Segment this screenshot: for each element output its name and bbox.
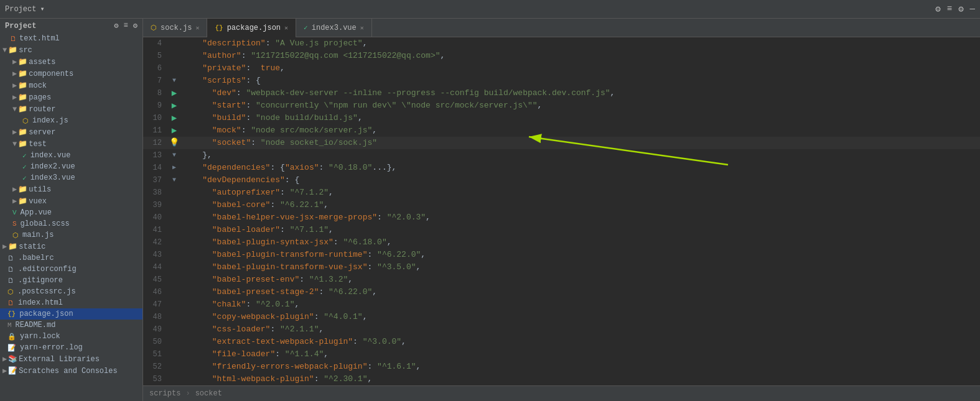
sidebar-header: Project ⚙ ≡ ⚙ xyxy=(0,19,142,33)
minimize-icon[interactable]: — xyxy=(970,4,975,14)
code-line-45: 45 "babel-preset-env": "^1.3.2", xyxy=(143,274,980,286)
folder-icon-router: 📁 xyxy=(18,104,27,114)
code-line-44: 44 "babel-plugin-transform-vue-jsx": "^3… xyxy=(143,261,980,274)
sidebar-item-router-index[interactable]: ⬡ index.js xyxy=(0,115,142,126)
tab-sock-js[interactable]: ⬡ sock.js ✕ xyxy=(143,19,207,37)
code-line-9: 9 ▶ "start": "concurrently \"npm run dev… xyxy=(143,99,980,112)
sidebar-item-test[interactable]: ▼ 📁 test xyxy=(0,138,142,150)
html-file-icon: 🗋 xyxy=(10,35,17,43)
title-bar: Project ▾ ⚙ ≡ ⚙ — xyxy=(0,0,980,19)
sidebar-item-yarn-error[interactable]: 📝 yarn-error.log xyxy=(0,342,142,353)
code-line-13: 13 ▼ }, xyxy=(143,149,980,162)
code-editor[interactable]: 4 "description": "A Vue.js project", 5 "… xyxy=(143,37,980,385)
tab-sock-js-icon: ⬡ xyxy=(151,24,157,32)
tab-package-json[interactable]: {} package.json ✕ xyxy=(207,19,296,37)
sidebar-title: Project xyxy=(5,22,36,30)
sidebar-item-vuex[interactable]: ▶ 📁 vuex xyxy=(0,195,142,207)
code-line-52: 52 "friendly-errors-webpack-plugin": "^1… xyxy=(143,361,980,373)
js-file-icon: ⬡ xyxy=(22,117,29,125)
code-line-8: 8 ▶ "dev": "webpack-dev-server --inline … xyxy=(143,87,980,99)
title-bar-left: Project ▾ xyxy=(5,4,45,14)
folder-collapsed-icon-vuex: ▶ xyxy=(12,196,17,206)
folder-icon-test: 📁 xyxy=(18,139,27,149)
code-line-40: 40 "babel-helper-vue-jsx-merge-props": "… xyxy=(143,211,980,224)
tab-package-json-close[interactable]: ✕ xyxy=(284,24,288,32)
tab-index3-vue-label: index3.vue xyxy=(312,24,357,32)
sidebar-item-test-index[interactable]: ✓ index.vue xyxy=(0,150,142,161)
folder-collapsed-icon: ▶ xyxy=(12,57,17,67)
sidebar-item-global-scss[interactable]: S global.scss xyxy=(0,218,142,229)
code-line-14: 14 ▶ "dependencies": {"axios": "^0.18.0"… xyxy=(143,162,980,174)
sidebar-item-ext-libs[interactable]: ▶ 📚 External Libraries xyxy=(0,353,142,365)
log-icon: 📝 xyxy=(7,344,16,352)
sidebar-item-components[interactable]: ▶ 📁 components xyxy=(0,68,142,80)
folder-collapsed-icon-utils: ▶ xyxy=(12,185,17,194)
sidebar-item-scratches[interactable]: ▶ 📝 Scratches and Consoles xyxy=(0,365,142,377)
sidebar-item-app-vue[interactable]: V App.vue xyxy=(0,207,142,218)
sidebar-item-server[interactable]: ▶ 📁 server xyxy=(0,126,142,138)
folder-open-icon-test: ▼ xyxy=(12,140,17,149)
project-label: Project xyxy=(5,5,36,14)
sidebar-item-postcssrc[interactable]: ⬡ .postcssrc.js xyxy=(0,286,142,297)
code-line-43: 43 "babel-plugin-transform-runtime": "^6… xyxy=(143,249,980,261)
scratches-icon: 📝 xyxy=(8,366,17,376)
sidebar-layout-icon[interactable]: ≡ xyxy=(124,21,128,30)
code-line-5: 5 "author": "1217215022@qq.com <12172150… xyxy=(143,50,980,62)
js-icon-main: ⬡ xyxy=(12,231,19,239)
folder-collapsed-icon-server: ▶ xyxy=(12,127,17,137)
code-line-48: 48 "copy-webpack-plugin": "^4.0.1", xyxy=(143,311,980,323)
code-line-10: 10 ▶ "build": "node build/build.js", xyxy=(143,112,980,124)
editor-area: ⬡ sock.js ✕ {} package.json ✕ ✓ index3.v… xyxy=(143,19,980,401)
tab-index3-vue-close[interactable]: ✕ xyxy=(360,24,364,32)
sidebar-item-yarn-lock[interactable]: 🔒 yarn.lock xyxy=(0,331,142,342)
layout-icon[interactable]: ≡ xyxy=(947,4,952,14)
js-icon-postcss: ⬡ xyxy=(7,288,14,296)
vue-icon: V xyxy=(12,209,17,216)
tab-package-json-icon: {} xyxy=(215,24,223,32)
sidebar-item-src[interactable]: ▼ 📁 src xyxy=(0,44,142,56)
sidebar-item-assets[interactable]: ▶ 📁 assets xyxy=(0,56,142,68)
breadcrumb-separator: › xyxy=(185,389,190,398)
sidebar-item-editorconfig[interactable]: 🗋 .editorconfig xyxy=(0,264,142,275)
sidebar-item-router[interactable]: ▼ 📁 router xyxy=(0,103,142,115)
sidebar-item-gitignore[interactable]: 🗋 .gitignore xyxy=(0,275,142,286)
sidebar-item-index-html[interactable]: 🗋 index.html xyxy=(0,297,142,308)
sidebar-item-package-json[interactable]: {} package.json xyxy=(0,308,142,320)
code-line-49: 49 "css-loader": "^2.1.1", xyxy=(143,323,980,336)
folder-collapsed-icon-pages: ▶ xyxy=(12,93,17,102)
project-dropdown-icon[interactable]: ▾ xyxy=(40,4,44,14)
code-line-41: 41 "babel-loader": "^7.1.1", xyxy=(143,224,980,236)
code-line-50: 50 "extract-text-webpack-plugin": "^3.0.… xyxy=(143,336,980,348)
folder-icon-mock: 📁 xyxy=(18,81,27,90)
sidebar-item-utils[interactable]: ▶ 📁 utils xyxy=(0,183,142,195)
title-bar-icons: ⚙ ≡ ⚙ — xyxy=(935,4,975,14)
sidebar-item-mock[interactable]: ▶ 📁 mock xyxy=(0,80,142,91)
sidebar-settings-icon[interactable]: ⚙ xyxy=(114,21,118,30)
bulb-icon[interactable]: 💡 xyxy=(169,137,179,149)
settings-icon[interactable]: ⚙ xyxy=(935,4,940,14)
sidebar-item-static[interactable]: ▶ 📁 static xyxy=(0,241,142,252)
breadcrumb-scripts: scripts xyxy=(149,389,180,398)
folder-open-icon: ▼ xyxy=(2,46,7,55)
folder-open-icon-router: ▼ xyxy=(12,105,17,114)
scss-icon: S xyxy=(12,220,17,228)
code-line-11: 11 ▶ "mock": "node src/mock/server.js", xyxy=(143,124,980,137)
code-line-37: 37 ▼ "devDependencies": { xyxy=(143,174,980,187)
code-line-38: 38 "autoprefixer": "^7.1.2", xyxy=(143,187,980,199)
tab-index3-vue[interactable]: ✓ index3.vue ✕ xyxy=(296,19,372,37)
folder-icon-components: 📁 xyxy=(18,69,27,78)
sidebar-header-icons: ⚙ ≡ ⚙ xyxy=(114,21,138,30)
tab-index3-vue-icon: ✓ xyxy=(304,24,308,32)
sidebar-item-babelrc[interactable]: 🗋 .babelrc xyxy=(0,252,142,264)
folder-collapsed-icon-ext: ▶ xyxy=(2,354,7,364)
sidebar-item-pages[interactable]: ▶ 📁 pages xyxy=(0,91,142,103)
sidebar-item-text-html[interactable]: 🗋 text.html xyxy=(0,33,142,44)
sidebar-item-main-js[interactable]: ⬡ main.js xyxy=(0,229,142,241)
tools-icon[interactable]: ⚙ xyxy=(958,4,963,14)
tab-sock-js-close[interactable]: ✕ xyxy=(195,24,199,32)
sidebar-item-test-index2[interactable]: ✓ index2.vue xyxy=(0,161,142,172)
sidebar-tools-icon[interactable]: ⚙ xyxy=(133,21,138,30)
md-icon: M xyxy=(7,321,12,329)
sidebar-item-readme[interactable]: M README.md xyxy=(0,320,142,331)
sidebar-item-test-index3[interactable]: ✓ index3.vue xyxy=(0,172,142,183)
